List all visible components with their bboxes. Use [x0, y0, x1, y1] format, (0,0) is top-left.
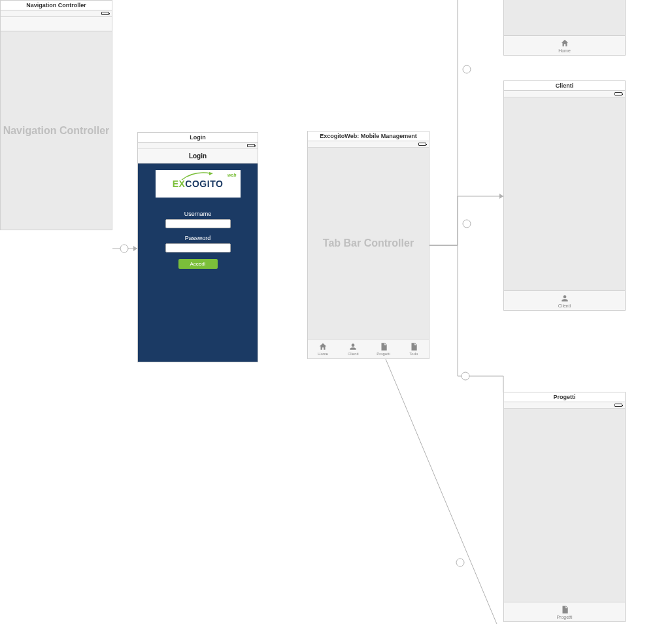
navigation-controller-placeholder: Navigation Controller [1, 31, 112, 230]
svg-point-4 [462, 372, 469, 380]
scene-clienti: Clienti Clienti [503, 80, 626, 311]
svg-point-5 [456, 559, 464, 566]
scene-login: Login Login EXCOGITO web Username Passwo… [137, 132, 258, 362]
tab-clienti[interactable]: Clienti [338, 339, 368, 358]
tab-label: Home [318, 352, 328, 356]
tab-progetti[interactable]: Progetti [369, 339, 399, 358]
nav-bar-title: Login [138, 149, 258, 164]
status-bar [138, 143, 258, 149]
svg-marker-7 [209, 172, 213, 175]
svg-point-2 [463, 65, 471, 73]
app-logo: EXCOGITO web [156, 170, 241, 198]
password-input[interactable] [165, 243, 231, 252]
tab-bar: Clienti [504, 290, 625, 310]
document-icon [409, 342, 418, 351]
tab-bar: Home Clienti Progetti Todo [308, 339, 429, 358]
document-icon [560, 605, 569, 614]
scene-title: Progetti [504, 392, 625, 402]
document-icon [379, 342, 388, 351]
status-bar [308, 141, 429, 148]
scene-title: Clienti [504, 81, 625, 91]
status-bar [504, 91, 625, 97]
home-icon [560, 39, 569, 48]
users-icon [348, 342, 358, 351]
scene-title: Login [138, 133, 258, 143]
tab-label: Clienti [348, 352, 359, 356]
tab-bar: Home [504, 35, 625, 55]
scene-empty-body [504, 409, 625, 602]
scene-progetti: Progetti Progetti [503, 392, 626, 622]
status-bar [1, 10, 112, 17]
scene-title: Navigation Controller [1, 1, 112, 10]
status-bar [504, 402, 625, 409]
nav-bar [1, 17, 112, 31]
username-input[interactable] [165, 219, 231, 228]
username-label: Username [184, 211, 212, 217]
scene-tab-bar-controller: ExcogitoWeb: Mobile Management Tab Bar C… [307, 131, 429, 359]
tab-bar-controller-placeholder: Tab Bar Controller [308, 148, 429, 339]
scene-empty-body [504, 0, 625, 35]
login-button[interactable]: Accedi [178, 259, 218, 269]
scene-navigation-controller: Navigation Controller Navigation Control… [0, 0, 112, 230]
password-label: Password [185, 235, 211, 241]
home-icon [318, 342, 328, 351]
tab-home[interactable]: Home [308, 339, 338, 358]
tab-label: Progetti [556, 615, 572, 619]
tab-label: Todo [409, 352, 418, 356]
tab-label: Clienti [558, 303, 571, 308]
users-icon [560, 294, 569, 303]
tab-todo[interactable]: Todo [399, 339, 429, 358]
svg-point-0 [120, 245, 128, 252]
tab-bar: Progetti [504, 602, 625, 621]
tab-label: Progetti [377, 352, 390, 356]
scene-title: ExcogitoWeb: Mobile Management [308, 131, 429, 141]
logo-subtext: web [227, 173, 237, 177]
logo-arrow-icon [180, 172, 213, 181]
scene-home: Home [503, 0, 626, 56]
login-body: EXCOGITO web Username Password Accedi [138, 164, 258, 362]
tab-label: Home [558, 48, 571, 53]
scene-empty-body [504, 97, 625, 290]
svg-point-3 [463, 220, 471, 228]
